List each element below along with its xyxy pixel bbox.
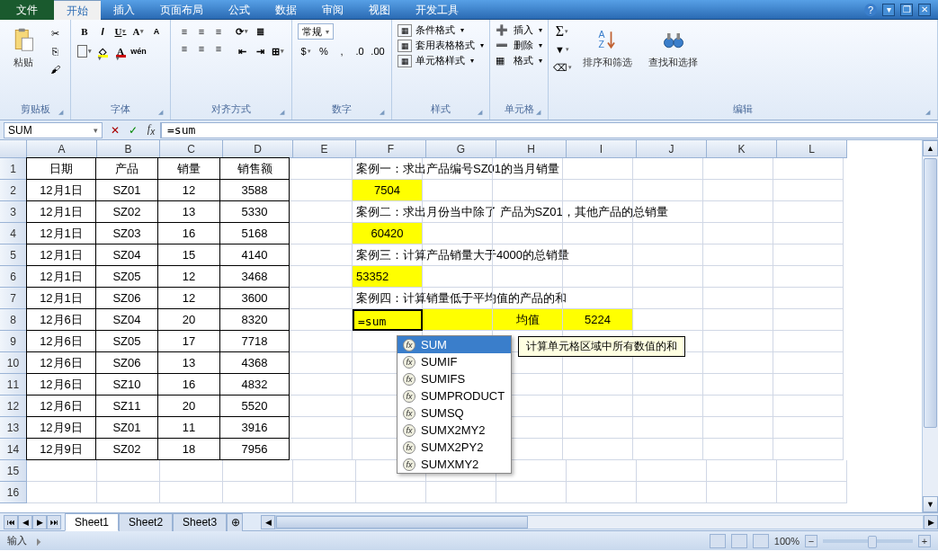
fill-button[interactable]: ▼ — [554, 41, 570, 58]
format-cells-button[interactable]: ▦格式▾ — [496, 54, 542, 67]
cell[interactable] — [290, 352, 353, 374]
cell[interactable] — [703, 244, 773, 266]
cell[interactable] — [563, 266, 633, 288]
cell[interactable]: 12月1日 — [26, 222, 96, 244]
row-header-7[interactable]: 7 — [0, 288, 27, 309]
column-header-K[interactable]: K — [707, 140, 777, 158]
row-header-10[interactable]: 10 — [0, 352, 27, 374]
cell[interactable]: 12 — [157, 265, 220, 288]
cell[interactable] — [703, 309, 773, 331]
column-header-E[interactable]: E — [293, 140, 356, 158]
cell[interactable]: 5520 — [219, 395, 290, 417]
decrease-decimal-button[interactable]: .00 — [370, 43, 386, 59]
cell[interactable] — [707, 482, 777, 503]
cell[interactable]: 11 — [157, 416, 220, 439]
cell[interactable] — [290, 309, 353, 331]
align-top-button[interactable]: ≡ — [176, 23, 192, 40]
horizontal-scrollbar[interactable]: ◀ ▶ — [261, 515, 938, 529]
cell[interactable] — [563, 180, 633, 201]
cell[interactable]: 18 — [157, 438, 220, 460]
row-header-4[interactable]: 4 — [0, 223, 27, 244]
clear-button[interactable]: ⌫ — [554, 59, 570, 76]
cell[interactable]: 12 — [157, 179, 220, 201]
cell[interactable] — [773, 223, 844, 244]
cell[interactable]: 3600 — [219, 287, 290, 309]
tab-home[interactable]: 开始 — [54, 0, 101, 20]
scroll-down-button[interactable]: ▼ — [923, 496, 938, 512]
autocomplete-item[interactable]: fxSUMPRODUCT — [398, 387, 511, 404]
cell[interactable]: 8320 — [219, 308, 290, 331]
column-header-I[interactable]: I — [567, 140, 637, 158]
cell[interactable]: 53352 — [353, 266, 423, 288]
scroll-left-button[interactable]: ◀ — [261, 515, 275, 529]
cell[interactable]: 12月1日 — [26, 244, 96, 266]
row-header-1[interactable]: 1 — [0, 158, 27, 180]
cell[interactable]: SZ04 — [95, 244, 158, 266]
cell[interactable] — [773, 309, 844, 331]
cell[interactable] — [567, 482, 637, 503]
tab-insert[interactable]: 插入 — [101, 0, 147, 20]
row-header-6[interactable]: 6 — [0, 266, 27, 288]
cut-button[interactable]: ✂ — [47, 25, 63, 41]
cell[interactable]: 13 — [157, 200, 220, 223]
row-header-11[interactable]: 11 — [0, 374, 27, 396]
tab-review[interactable]: 审阅 — [309, 0, 356, 20]
cell[interactable]: 4140 — [219, 244, 290, 266]
tab-dev[interactable]: 开发工具 — [403, 0, 471, 20]
cell[interactable] — [563, 244, 633, 266]
cell[interactable] — [773, 352, 844, 374]
cell[interactable]: 7504 — [353, 180, 423, 201]
cell[interactable] — [290, 374, 353, 396]
cell[interactable] — [97, 482, 160, 503]
cell[interactable] — [426, 482, 496, 503]
close-icon[interactable]: ✕ — [918, 4, 931, 16]
row-header-13[interactable]: 13 — [0, 417, 27, 439]
cell[interactable]: SZ06 — [95, 287, 158, 309]
cell[interactable]: 产品 — [95, 157, 158, 180]
cell[interactable]: 销量 — [157, 157, 220, 180]
cell[interactable] — [563, 223, 633, 244]
cell[interactable]: 5224 — [563, 309, 633, 331]
fx-button[interactable]: fx — [142, 122, 160, 137]
format-painter-button[interactable]: 🖌 — [47, 61, 63, 77]
align-bottom-button[interactable]: ≡ — [210, 23, 227, 40]
cell[interactable]: 15 — [157, 244, 220, 266]
align-center-button[interactable]: ≡ — [193, 40, 210, 57]
percent-button[interactable]: % — [316, 43, 332, 59]
cell[interactable] — [773, 439, 844, 460]
page-layout-view-button[interactable] — [731, 534, 747, 548]
cell[interactable] — [707, 460, 777, 482]
cell[interactable]: SZ02 — [95, 438, 158, 460]
cell[interactable]: 7718 — [219, 330, 290, 352]
merge-button[interactable]: ⊞ — [270, 43, 286, 59]
cell[interactable] — [777, 482, 847, 503]
cell[interactable]: 7956 — [219, 438, 290, 460]
formula-autocomplete[interactable]: fxSUMfxSUMIFfxSUMIFSfxSUMPRODUCTfxSUMSQf… — [397, 335, 512, 474]
column-header-C[interactable]: C — [160, 140, 223, 158]
tab-view[interactable]: 视图 — [356, 0, 403, 20]
font-size-button[interactable]: A — [148, 23, 165, 40]
cell[interactable] — [703, 180, 773, 201]
cell[interactable] — [703, 352, 773, 374]
cell[interactable]: SZ02 — [95, 200, 158, 223]
cell[interactable] — [423, 309, 493, 331]
tab-data[interactable]: 数据 — [263, 0, 309, 20]
autocomplete-item[interactable]: fxSUMX2MY2 — [398, 422, 511, 439]
cell[interactable]: 12月6日 — [26, 308, 96, 331]
new-sheet-button[interactable]: ⊕ — [227, 513, 243, 531]
cell[interactable]: 4832 — [219, 373, 290, 396]
cell[interactable] — [633, 201, 703, 223]
cell[interactable] — [773, 396, 844, 417]
cell[interactable]: SZ03 — [95, 222, 158, 244]
cell[interactable] — [290, 244, 353, 266]
comma-button[interactable]: , — [334, 43, 350, 59]
cell[interactable] — [637, 482, 707, 503]
zoom-slider[interactable] — [823, 539, 913, 543]
cell[interactable]: 5330 — [219, 200, 290, 223]
cell[interactable] — [290, 439, 353, 460]
cell[interactable] — [703, 223, 773, 244]
cell[interactable] — [633, 396, 703, 417]
vertical-scrollbar[interactable]: ▲ ▼ — [922, 140, 938, 512]
cell[interactable] — [356, 482, 426, 503]
cell[interactable] — [290, 158, 353, 180]
